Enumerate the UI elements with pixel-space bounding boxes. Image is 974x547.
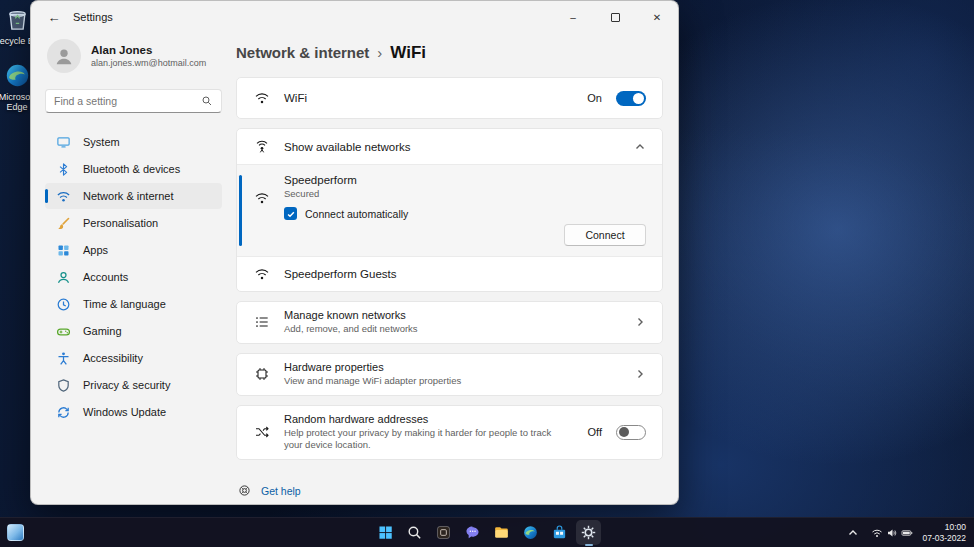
sidebar-item-label: Windows Update <box>83 406 166 418</box>
sidebar-item-personalisation[interactable]: Personalisation <box>45 210 222 236</box>
taskbar-clock[interactable]: 10:00 07-03-2022 <box>923 522 968 544</box>
apps-grid-icon <box>55 242 71 258</box>
back-icon: ← <box>48 10 61 25</box>
sidebar-item-label: Accounts <box>83 271 128 283</box>
profile-name: Alan Jones <box>91 44 206 56</box>
monitor-icon <box>55 134 71 150</box>
shuffle-icon <box>253 424 270 440</box>
sidebar-item-windows-update[interactable]: Windows Update <box>45 399 222 425</box>
wifi-row-label: WiFi <box>284 92 307 104</box>
edge-icon <box>4 62 31 89</box>
help-links: Get help Give feedback <box>236 484 663 504</box>
tray-chevron-button[interactable] <box>845 525 861 541</box>
get-help-label: Get help <box>261 485 301 497</box>
sidebar-item-network[interactable]: Network & internet <box>45 183 222 209</box>
person-icon <box>55 269 71 285</box>
lifebuoy-icon <box>238 484 251 497</box>
close-button[interactable]: ✕ <box>636 1 678 33</box>
file-explorer-button[interactable] <box>489 520 514 545</box>
wifi-icon <box>253 90 270 106</box>
user-profile[interactable]: Alan Jones alan.jones.wm@hotmail.com <box>47 39 222 73</box>
show-networks-label: Show available networks <box>284 141 411 153</box>
widgets-icon[interactable] <box>7 524 24 541</box>
connect-automatically-row[interactable]: Connect automatically <box>284 207 408 220</box>
search-input[interactable] <box>54 95 201 107</box>
hardware-chip-icon <box>253 366 270 382</box>
windows-start-icon <box>377 524 394 541</box>
sidebar-item-apps[interactable]: Apps <box>45 237 222 263</box>
toggle-knob <box>619 427 629 437</box>
breadcrumb-parent[interactable]: Network & internet <box>236 44 369 61</box>
clock-time: 10:00 <box>923 522 966 533</box>
clock-icon <box>55 296 71 312</box>
sidebar-item-bluetooth[interactable]: Bluetooth & devices <box>45 156 222 182</box>
page-title: WiFi <box>390 43 426 63</box>
manage-networks-title: Manage known networks <box>284 309 418 321</box>
search-box[interactable] <box>45 89 222 113</box>
sidebar-item-label: Personalisation <box>83 217 158 229</box>
network-name: Speedperform <box>284 174 408 186</box>
sidebar-item-label: Gaming <box>83 325 122 337</box>
hardware-properties-subtitle: View and manage WiFi adapter properties <box>284 375 461 388</box>
sidebar-item-system[interactable]: System <box>45 129 222 155</box>
connect-button[interactable]: Connect <box>564 224 646 246</box>
tray-status-icons[interactable] <box>868 525 916 541</box>
sidebar-item-accessibility[interactable]: Accessibility <box>45 345 222 371</box>
wifi-toggle-row: WiFi On <box>237 78 662 118</box>
search-icon <box>201 95 213 107</box>
edge-button[interactable] <box>518 520 543 545</box>
toggle-knob <box>633 93 644 104</box>
sidebar-item-gaming[interactable]: Gaming <box>45 318 222 344</box>
available-networks-card: Show available networks Speedperform Sec… <box>236 128 663 292</box>
random-addresses-row: Random hardware addresses Help protect y… <box>237 406 662 460</box>
wifi-toggle-card: WiFi On <box>236 77 663 119</box>
network-item-selected[interactable]: Speedperform Secured Connect automatical… <box>237 164 662 257</box>
update-icon <box>55 404 71 420</box>
file-explorer-icon <box>493 524 510 541</box>
taskbar-search-button[interactable] <box>402 520 427 545</box>
search-icon <box>406 524 423 541</box>
minimize-button[interactable]: – <box>552 1 594 33</box>
sidebar-item-label: Privacy & security <box>83 379 170 391</box>
settings-button[interactable] <box>576 520 601 545</box>
sidebar-item-time-language[interactable]: Time & language <box>45 291 222 317</box>
random-addresses-toggle[interactable] <box>616 425 646 440</box>
back-button[interactable]: ← <box>39 5 69 29</box>
maximize-icon <box>611 13 620 22</box>
sidebar-nav: System Bluetooth & devices Network & int… <box>45 129 222 425</box>
clock-date: 07-03-2022 <box>923 533 966 544</box>
wifi-signal-icon <box>253 176 270 220</box>
close-icon: ✕ <box>653 12 661 23</box>
store-button[interactable] <box>547 520 572 545</box>
show-networks-header[interactable]: Show available networks <box>237 129 662 164</box>
sidebar-item-accounts[interactable]: Accounts <box>45 264 222 290</box>
get-help-link[interactable]: Get help <box>238 484 663 497</box>
volume-icon <box>886 527 898 539</box>
settings-window: ← Settings – ✕ Alan Jones alan <box>30 0 679 505</box>
person-icon <box>53 45 75 67</box>
store-icon <box>551 524 568 541</box>
random-addresses-card: Random hardware addresses Help protect y… <box>236 405 663 461</box>
accessibility-icon <box>55 350 71 366</box>
minimize-icon: – <box>570 12 576 23</box>
list-icon <box>253 314 270 330</box>
wifi-signal-icon <box>253 266 270 282</box>
wifi-toggle-state: On <box>587 92 602 104</box>
system-tray: 10:00 07-03-2022 <box>845 518 968 547</box>
start-button[interactable] <box>373 520 398 545</box>
network-item-guests[interactable]: Speedperform Guests <box>237 257 662 291</box>
wifi-icon <box>55 188 71 204</box>
checkbox-checked-icon[interactable] <box>284 207 297 220</box>
maximize-button[interactable] <box>594 1 636 33</box>
hardware-properties-row[interactable]: Hardware properties View and manage WiFi… <box>237 354 662 395</box>
chat-button[interactable] <box>460 520 485 545</box>
manage-networks-row[interactable]: Manage known networks Add, remove, and e… <box>237 302 662 343</box>
wifi-toggle[interactable] <box>616 91 646 106</box>
desktop-background: Recycle Bin Microsoft Edge ← Settings – … <box>0 0 974 547</box>
chevron-right-icon <box>634 368 646 380</box>
random-toggle-state: Off <box>588 426 602 438</box>
sidebar-item-privacy[interactable]: Privacy & security <box>45 372 222 398</box>
task-view-button[interactable] <box>431 520 456 545</box>
chat-icon <box>464 524 481 541</box>
breadcrumb: Network & internet › WiFi <box>236 43 663 63</box>
